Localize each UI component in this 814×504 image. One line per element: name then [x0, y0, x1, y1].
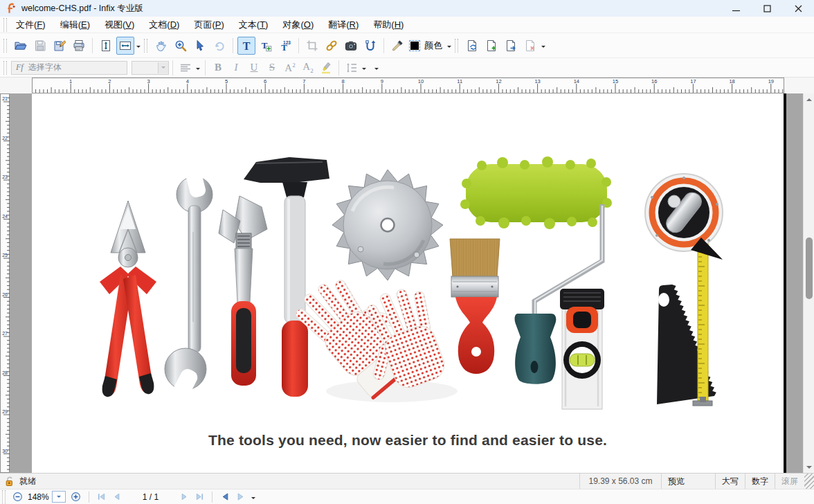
zoom-in-button[interactable] [69, 490, 84, 504]
menu-view[interactable]: 视图(V) [100, 18, 139, 31]
menu-text[interactable]: 文本(T) [234, 18, 273, 31]
insert-pages-button[interactable] [482, 37, 500, 55]
subscript-button[interactable]: A2 [300, 60, 316, 75]
fit-height-button[interactable] [97, 37, 115, 55]
menu-translate[interactable]: 翻译(R) [323, 18, 363, 31]
menubar: 文件(F)编辑(E)视图(V)文档(D)页面(P)文本(T)对象(O)翻译(R)… [0, 17, 814, 33]
tool-work-gloves [289, 259, 458, 404]
crop-tool-button[interactable] [303, 37, 321, 55]
undo-button[interactable] [210, 37, 228, 55]
replace-pages-button[interactable] [463, 37, 481, 55]
svg-text:4: 4 [186, 78, 189, 84]
tools-photo[interactable] [32, 93, 784, 473]
delete-pages-dropdown[interactable] [541, 46, 545, 50]
tool-open-end-wrench [165, 160, 212, 409]
highlight-button[interactable] [318, 60, 334, 75]
zoom-level: 148% [28, 492, 49, 502]
view-history-dropdown[interactable] [251, 497, 255, 501]
save-as-button[interactable] [51, 37, 69, 55]
zoom-out-button[interactable] [10, 490, 25, 504]
extract-pages-button[interactable] [502, 37, 520, 55]
previous-page-button[interactable] [109, 490, 125, 504]
select-tool-button[interactable] [191, 37, 209, 55]
open-button[interactable] [12, 37, 30, 55]
toolbar-separator [338, 60, 339, 75]
color-picker-button[interactable]: 颜色 [408, 37, 445, 55]
line-spacing-dropdown[interactable] [362, 68, 366, 72]
page-delete-icon [524, 39, 536, 52]
superscript-button[interactable]: A2 [282, 60, 298, 75]
fit-width-icon [119, 39, 132, 52]
vertical-scrollbar[interactable] [803, 93, 814, 473]
caption-text[interactable]: The tools you need, now easier to find a… [32, 432, 784, 449]
next-page-button[interactable] [177, 490, 192, 504]
menu-page[interactable]: 页面(P) [189, 18, 228, 31]
first-page-button[interactable] [94, 490, 109, 504]
zoom-tool-button[interactable] [172, 37, 190, 55]
num-indicator[interactable]: 数字 [745, 474, 775, 489]
save-button[interactable] [31, 37, 49, 55]
scroll-indicator[interactable]: 滚屏 [775, 474, 804, 489]
svg-text:17: 17 [690, 78, 696, 84]
folder-open-icon [15, 39, 27, 52]
menu-object[interactable]: 对象(O) [278, 18, 318, 31]
pdf-page[interactable]: The tools you need, now easier to find a… [32, 93, 784, 473]
svg-text:19: 19 [768, 78, 774, 84]
align-dropdown[interactable] [196, 68, 200, 72]
eyedropper-tool-button[interactable] [388, 37, 406, 55]
path-tool-button[interactable] [361, 37, 379, 55]
tool-diagonal-pliers [100, 201, 156, 397]
menu-help[interactable]: 帮助(H) [368, 18, 408, 31]
svg-text:T: T [243, 39, 251, 51]
font-size-combo[interactable] [132, 61, 169, 75]
main-toolbar: TTT123颜色 [0, 33, 814, 58]
last-page-button[interactable] [192, 490, 207, 504]
maximize-button[interactable] [752, 0, 783, 17]
text-numbering-tool-button[interactable]: T123 [276, 37, 294, 55]
fit-width-dropdown[interactable] [136, 46, 141, 50]
create-text-tool-button[interactable]: T [257, 37, 275, 55]
link-tool-button[interactable] [323, 37, 341, 55]
strikethrough-button[interactable]: S [264, 60, 280, 75]
italic-button[interactable]: I [228, 60, 244, 75]
menu-file[interactable]: 文件(F) [11, 18, 51, 31]
font-family-combo[interactable]: Ff选择字体 [11, 61, 127, 75]
bold-button[interactable]: B [210, 60, 226, 75]
text-edit-tool-button[interactable]: T [237, 37, 255, 55]
toolbar-grip [3, 18, 7, 32]
align-button[interactable] [177, 60, 194, 75]
canvas-background: The tools you need, now easier to find a… [10, 93, 803, 473]
close-button[interactable] [783, 0, 814, 17]
toolbar-separator [172, 60, 173, 75]
underline-button[interactable]: U [246, 60, 262, 75]
svg-text:6: 6 [264, 78, 266, 84]
eyedropper-icon [391, 39, 404, 52]
line-spacing-button[interactable] [343, 60, 360, 75]
svg-text:16: 16 [651, 78, 657, 84]
snapshot-tool-button[interactable] [342, 37, 360, 55]
print-button[interactable] [70, 37, 88, 55]
forward-view-button[interactable] [233, 490, 248, 504]
resize-grip[interactable] [804, 474, 814, 489]
tool-circular-saw-blade [332, 170, 443, 280]
delete-pages-button[interactable] [521, 37, 539, 55]
font-placeholder: 选择字体 [28, 62, 62, 73]
caps-indicator[interactable]: 大写 [715, 474, 745, 489]
back-view-button[interactable] [217, 490, 233, 504]
minimize-button[interactable] [721, 0, 752, 17]
svg-text:18: 18 [729, 78, 734, 84]
scroll-up-button[interactable] [804, 93, 814, 105]
toolbar-overflow-dropdown[interactable] [374, 68, 379, 72]
highlighter-icon [320, 62, 332, 74]
tool-spirit-level [560, 289, 604, 409]
menu-edit[interactable]: 编辑(E) [55, 18, 95, 31]
scroll-down-button[interactable] [804, 461, 814, 473]
fit-width-button[interactable] [116, 37, 134, 55]
scrollbar-thumb[interactable] [806, 237, 813, 299]
menu-document[interactable]: 文档(D) [144, 18, 184, 31]
zoom-combo[interactable] [52, 491, 66, 503]
hand-tool-button[interactable] [152, 37, 170, 55]
preview-mode-toggle[interactable]: 预览 [661, 474, 715, 489]
color-picker-dropdown[interactable] [447, 46, 451, 50]
font-icon: Ff [16, 62, 24, 73]
